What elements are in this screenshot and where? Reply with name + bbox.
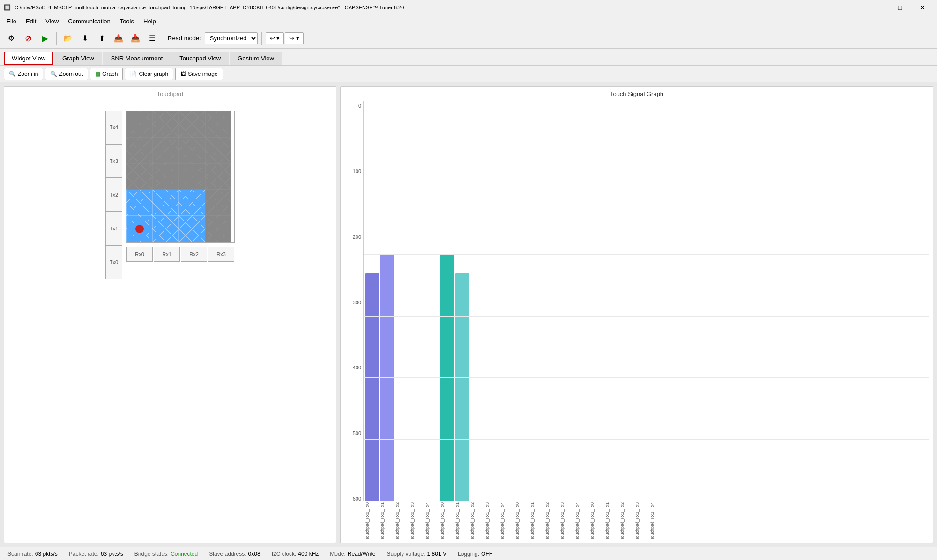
graph-title: Touch Signal Graph [344, 90, 929, 97]
y-tick: 0 [344, 103, 363, 109]
zoom-out-icon: 🔍 [50, 71, 57, 77]
undo-button[interactable]: ↩ ▾ [266, 32, 284, 44]
y-tick: 600 [344, 496, 363, 501]
rx-labels: Rx0Rx1Rx2Rx3 [126, 246, 235, 262]
menu-item-file[interactable]: File [2, 16, 21, 27]
chart-bar [380, 255, 394, 501]
clear-graph-button[interactable]: 📄 Clear graph [125, 68, 173, 80]
grid-cell-r0-c2 [179, 216, 205, 242]
grid-cell-r4-c2 [179, 111, 205, 137]
import-button[interactable]: 📥 [128, 31, 143, 46]
packet-rate-label: Packet rate: [69, 551, 99, 557]
title-text: C:/mtw/PSoC_4_MSCLP_multitouch_mutual-ca… [15, 5, 867, 10]
grid-cell-r1-c3 [205, 190, 231, 216]
grid-line [364, 377, 929, 378]
grid-cell-r4-c1 [153, 111, 179, 137]
chart-bar [365, 273, 379, 501]
grid-cell-r4-c3 [205, 111, 231, 137]
menu-item-edit[interactable]: Edit [21, 16, 41, 27]
tabs: Widget ViewGraph ViewSNR MeasurementTouc… [0, 49, 937, 66]
touchpad-grid [126, 111, 235, 243]
menu-item-tools[interactable]: Tools [115, 16, 139, 27]
grid-cell-r2-c2 [179, 163, 205, 190]
tx-labels: Tx0Tx1Tx2Tx3Tx4 [105, 111, 122, 279]
undo-group: ↩ ▾ ↪ ▾ [266, 32, 304, 44]
tab-gesture-view[interactable]: Gesture View [230, 52, 282, 65]
zoom-in-button[interactable]: 🔍 Zoom in [4, 68, 43, 80]
graph-button[interactable]: ▦ Graph [90, 68, 123, 80]
chart-area: 6005004003002001000 Touchpad_Rx0_Tx0Touc… [344, 101, 929, 539]
x-label: Touchpad_Rx1_Tx4 [500, 502, 514, 539]
separator-2 [164, 32, 164, 45]
bridge-status-item: Bridge status: Connected [134, 551, 198, 557]
bars-container [364, 101, 929, 501]
x-label: Touchpad_Rx2_Tx0 [515, 502, 529, 539]
rx-label-rx3: Rx3 [208, 247, 234, 262]
maximize-button[interactable]: □ [889, 0, 911, 15]
y-tick: 100 [344, 169, 363, 174]
separator-3 [261, 32, 262, 45]
grid-cell-r2-c1 [153, 163, 179, 190]
graph-icon: ▦ [95, 71, 100, 77]
open-button[interactable]: 📂 [60, 31, 75, 46]
tab-graph-view[interactable]: Graph View [54, 52, 102, 65]
titlebar: 🔲 C:/mtw/PSoC_4_MSCLP_multitouch_mutual-… [0, 0, 937, 15]
menu-item-help[interactable]: Help [139, 16, 161, 27]
menu-item-view[interactable]: View [41, 16, 63, 27]
zoom-in-icon: 🔍 [9, 71, 16, 77]
zoom-out-button[interactable]: 🔍 Zoom out [45, 68, 88, 80]
x-label: Touchpad_Rx3_Tx1 [605, 502, 619, 539]
x-label: Touchpad_Rx3_Tx2 [620, 502, 634, 539]
menu-item-communication[interactable]: Communication [63, 16, 115, 27]
x-label: Touchpad_Rx0_Tx3 [410, 502, 424, 539]
mode-label: Mode: [330, 551, 345, 557]
grid-cell-r3-c3 [205, 137, 231, 163]
grid-line [364, 132, 929, 132]
tab-widget-view[interactable]: Widget View [4, 52, 53, 65]
slave-address-label: Slave address: [209, 551, 246, 557]
read-mode-label: Read mode: [168, 35, 201, 42]
upload-button[interactable]: ⬆ [94, 31, 109, 46]
stop-button[interactable]: ⊘ [21, 31, 36, 46]
play-button[interactable]: ▶ [37, 31, 52, 46]
x-label: Touchpad_Rx0_Tx4 [425, 502, 439, 539]
grid-cell-r4-c0 [126, 111, 153, 137]
x-labels: Touchpad_Rx0_Tx0Touchpad_Rx0_Tx1Touchpad… [363, 501, 929, 539]
y-tick: 400 [344, 365, 363, 370]
supply-voltage-label: Supply voltage: [387, 551, 425, 557]
y-axis: 6005004003002001000 [344, 101, 363, 539]
left-panel: Touchpad Tx0Tx1Tx2Tx3Tx4 Rx0Rx1Rx2Rx3 [4, 86, 336, 543]
subtoolbar: 🔍 Zoom in 🔍 Zoom out ▦ Graph 📄 Clear gra… [0, 66, 937, 82]
x-label: Touchpad_Rx3_Tx3 [635, 502, 649, 539]
redo-button[interactable]: ↪ ▾ [285, 32, 304, 44]
settings-button[interactable]: ⚙ [4, 31, 19, 46]
rx-label-rx0: Rx0 [126, 247, 153, 262]
grid-line [364, 316, 929, 317]
packet-rate-item: Packet rate: 63 pkts/s [69, 551, 123, 557]
tab-touchpad-view[interactable]: Touchpad View [171, 52, 229, 65]
minimize-button[interactable]: — [867, 0, 888, 15]
save-image-button[interactable]: 🖼 Save image [175, 68, 223, 80]
export-button[interactable]: 📤 [111, 31, 126, 46]
tx-label-tx2: Tx2 [105, 178, 122, 212]
x-label: Touchpad_Rx1_Tx0 [440, 502, 454, 539]
chart-bar [440, 255, 454, 501]
y-tick: 300 [344, 300, 363, 305]
clear-graph-icon: 📄 [130, 71, 137, 77]
bridge-status-label: Bridge status: [134, 551, 169, 557]
tx-label-tx4: Tx4 [105, 111, 122, 144]
close-button[interactable]: ✕ [912, 0, 933, 15]
grid-line [364, 439, 929, 440]
x-label: Touchpad_Rx3_Tx0 [590, 502, 604, 539]
grid-cell-r1-c1 [153, 190, 179, 216]
x-label: Touchpad_Rx0_Tx1 [380, 502, 394, 539]
grid-cell-r0-c0 [126, 216, 153, 242]
read-mode-select[interactable]: Synchronized Manual Auto [205, 32, 258, 44]
scan-rate-item: Scan rate: 63 pkts/s [7, 551, 58, 557]
list-button[interactable]: ☰ [145, 31, 160, 46]
download-button[interactable]: ⬇ [77, 31, 92, 46]
tab-snr-measurement[interactable]: SNR Measurement [103, 52, 171, 65]
chart-bar [455, 273, 469, 501]
menubar: FileEditViewCommunicationToolsHelp [0, 15, 937, 28]
x-label: Touchpad_Rx3_Tx4 [650, 502, 664, 539]
